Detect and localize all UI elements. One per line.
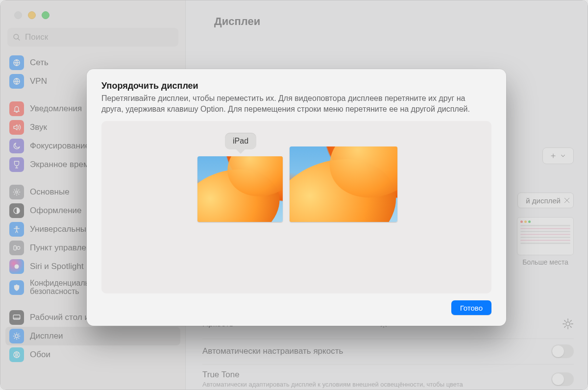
- sidebar-item-label: Фокусирование: [30, 141, 90, 151]
- window-controls: [0, 11, 185, 28]
- display-ipad[interactable]: [197, 156, 283, 222]
- svg-line-38: [564, 320, 565, 321]
- resolution-option-more-space[interactable]: Больше места: [517, 217, 574, 266]
- sidebar-item-label: Основные: [30, 187, 70, 197]
- svg-line-30: [386, 326, 386, 326]
- true-tone-sublabel: Автоматически адаптировать дисплей к усл…: [202, 381, 463, 388]
- auto-brightness-label: Автоматически настраивать яркость: [202, 346, 343, 356]
- siri-icon: [9, 259, 24, 274]
- svg-point-6: [16, 226, 18, 228]
- sidebar-item-label: Экранное время: [30, 160, 94, 170]
- resolution-option-label: Больше места: [517, 258, 574, 266]
- svg-line-20: [19, 334, 19, 334]
- notif-icon: [9, 101, 24, 116]
- sidebar-item-label: Сеть: [30, 58, 49, 68]
- svg-line-17: [14, 334, 15, 334]
- svg-line-31: [381, 326, 382, 326]
- page-title: Дисплеи: [198, 0, 575, 28]
- svg-line-1: [18, 38, 20, 40]
- sidebar-item-label: Уведомления: [30, 104, 82, 114]
- use-as-popup[interactable]: й дисплей: [517, 193, 574, 208]
- zoom-window-button[interactable]: [42, 11, 49, 19]
- sidebar-item-label: VPN: [30, 76, 47, 86]
- sound-icon: [9, 120, 24, 135]
- vpn-icon: [9, 74, 24, 89]
- true-tone-row: True Tone Автоматически адаптировать дис…: [202, 370, 574, 388]
- svg-line-40: [564, 326, 565, 327]
- universal-icon: [9, 222, 24, 237]
- sidebar-item-label: Звук: [30, 122, 47, 132]
- control-icon: [9, 241, 24, 255]
- privacy-icon: [9, 280, 24, 295]
- true-tone-switch[interactable]: [551, 372, 574, 386]
- display-tooltip: iPad: [225, 133, 256, 149]
- brightness-high-icon: [562, 318, 574, 330]
- sidebar-item-label: Обои: [30, 350, 50, 360]
- appear-icon: [9, 203, 24, 218]
- dialog-description: Перетягивайте дисплеи, чтобы переместить…: [101, 93, 489, 114]
- dock-icon: [9, 310, 24, 325]
- focus-icon: [9, 139, 24, 153]
- search-input[interactable]: Поиск: [7, 28, 178, 47]
- plus-icon: [550, 152, 557, 159]
- resolution-preview: [517, 217, 574, 255]
- minimize-window-button[interactable]: [28, 11, 36, 19]
- arrange-canvas[interactable]: iPad: [101, 121, 491, 293]
- divider: [202, 339, 574, 339]
- sidebar-item-label: Дисплеи: [30, 331, 63, 341]
- general-icon: [9, 185, 24, 199]
- close-window-button[interactable]: [14, 11, 22, 19]
- network-icon: [9, 55, 24, 70]
- svg-point-9: [15, 265, 19, 269]
- done-button[interactable]: Готово: [451, 300, 491, 315]
- screen-icon: [9, 157, 24, 172]
- add-display-button[interactable]: [542, 147, 574, 164]
- svg-line-19: [14, 338, 15, 339]
- sidebar-item-14[interactable]: Обои: [5, 345, 180, 364]
- svg-line-18: [19, 338, 19, 339]
- sidebar-item-label: Siri и Spotlight: [30, 262, 84, 271]
- search-placeholder: Поиск: [25, 32, 48, 42]
- svg-point-12: [15, 335, 18, 338]
- display-mac[interactable]: [290, 146, 397, 222]
- svg-line-39: [570, 326, 571, 327]
- displays-icon: [9, 329, 24, 343]
- arrange-displays-dialog: Упорядочить дисплеи Перетягивайте диспле…: [87, 69, 506, 326]
- svg-line-41: [570, 320, 571, 321]
- sidebar-item-label: Оформление: [30, 206, 82, 216]
- settings-window: Поиск СетьVPNУведомленияЗвукФокусировани…: [0, 0, 588, 390]
- svg-rect-7: [14, 246, 16, 250]
- divider: [202, 364, 574, 365]
- use-as-popup-label: й дисплей: [526, 196, 561, 205]
- wallpaper-icon: [9, 347, 24, 362]
- sidebar-item-13[interactable]: Дисплеи: [5, 327, 180, 345]
- svg-rect-10: [13, 315, 20, 319]
- dialog-title: Упорядочить дисплеи: [101, 81, 491, 91]
- true-tone-label: True Tone: [202, 370, 463, 380]
- search-icon: [12, 33, 21, 42]
- auto-brightness-row: Автоматически настраивать яркость: [202, 344, 574, 358]
- svg-point-8: [17, 246, 20, 249]
- auto-brightness-switch[interactable]: [551, 344, 574, 358]
- dialog-footer: Готово: [101, 300, 491, 315]
- svg-point-33: [566, 322, 570, 326]
- svg-point-4: [16, 191, 18, 194]
- chevron-down-icon: [560, 152, 566, 159]
